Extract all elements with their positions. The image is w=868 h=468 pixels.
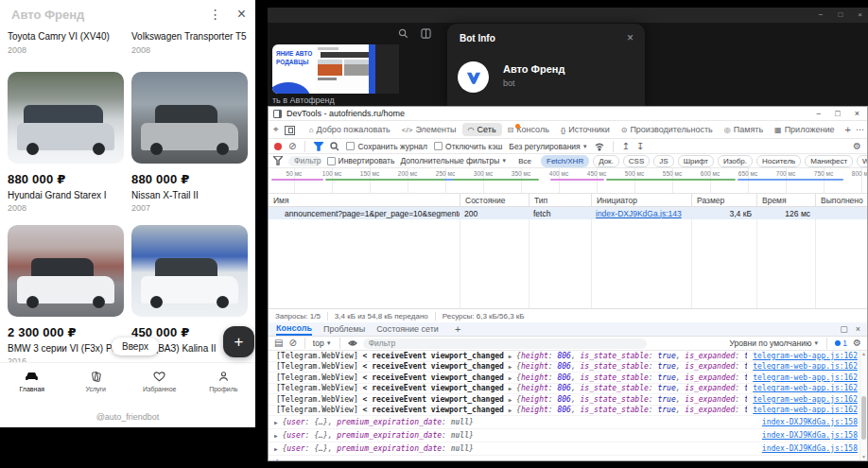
disable-cache-checkbox[interactable]: Отключить кэш [434,142,502,151]
list-item[interactable]: Toyota Camry VI (XV40) 2008 [8,31,124,60]
tab-welcome[interactable]: ⌂Добро пожаловать [304,123,396,136]
console-log-message[interactable]: [Telegram.WebView] < receiveEvent viewpo… [276,373,747,382]
console-prompt[interactable]: > [269,456,867,460]
clear-icon[interactable]: ⊘ [288,142,296,151]
scroll-up-arrow-icon[interactable]: ▲ [860,351,867,357]
console-settings-icon[interactable]: ⚙ [853,338,861,348]
scrollbar-thumb[interactable] [861,396,866,440]
column-header-time[interactable]: Время [756,194,815,206]
filter-chip[interactable]: Fetch/XHR [541,155,589,167]
device-toolbar-icon[interactable] [284,124,300,134]
network-filter-input[interactable]: Фильтр [288,156,321,166]
filter-chip[interactable]: Манифест [805,155,853,167]
miniapp-menu-icon[interactable]: ⋮ [209,7,222,22]
minimize-icon[interactable]: − [819,11,824,19]
list-item[interactable]: Volkswagen Transporter T5 2008 [131,31,248,60]
console-scrollbar[interactable]: ▲ ▼ [859,351,867,460]
console-source-link[interactable]: telegram-web-app.js:162 [747,406,867,414]
nav-item-profile[interactable]: Профиль [192,363,256,398]
drawer-tab-issues[interactable]: Проблемы [323,322,365,336]
console-source-link[interactable]: telegram-web-app.js:162 [747,373,867,382]
console-source-link[interactable]: telegram-web-app.js:162 [747,352,867,360]
console-log-message[interactable]: [Telegram.WebView] < receiveEvent viewpo… [276,395,747,404]
tab-sources[interactable]: {}Источники [555,123,616,136]
console-source-link[interactable]: telegram-web-app.js:162 [747,395,867,404]
tab-console[interactable]: ⊟Консоль [502,123,555,136]
console-log-message[interactable]: ▶ {user: {…}, premium_expiration_date: n… [274,418,756,426]
nav-item-services[interactable]: Услуги [64,363,129,398]
filter-chip[interactable]: Изобр. [718,155,753,167]
list-item[interactable]: 880 000 ₽ Nissan X-Trail II 2007 [131,72,248,213]
filter-chip[interactable]: WS [857,155,867,167]
console-log-message[interactable]: [Telegram.WebView] < receiveEvent viewpo… [276,384,747,392]
issues-counter[interactable]: 1 [835,338,847,348]
console-log-message[interactable]: ▶ {user: {…}, premium_expiration_date: n… [274,431,756,440]
network-settings-icon[interactable]: ⚙ [853,142,867,151]
record-button[interactable] [274,143,282,150]
initiator-link[interactable]: index-DXJ9KdGa.js:143 [596,209,682,218]
split-view-icon[interactable] [421,28,431,41]
console-source-link[interactable]: telegram-web-app.js:162 [747,362,867,371]
network-conditions-icon[interactable] [595,141,604,151]
filter-chip[interactable]: Все [512,155,537,167]
live-expression-eye-icon[interactable] [348,338,357,349]
drawer-tab-console[interactable]: Консоль [276,322,312,336]
console-log-message[interactable]: ▶ {user: {…}, premium_expiration_date: n… [274,444,756,453]
invert-filter-checkbox[interactable]: Инвертировать [327,156,395,165]
close-icon[interactable]: × [858,11,862,19]
search-icon[interactable] [398,28,408,41]
miniapp-close-icon[interactable]: × [237,6,246,23]
tab-memory[interactable]: ◎Память [719,123,769,136]
search-icon[interactable] [330,141,339,151]
close-drawer-icon[interactable]: × [856,324,860,334]
console-sidebar-icon[interactable]: ▤ [274,338,283,348]
add-drawer-tab-icon[interactable]: + [450,323,465,335]
network-overview-timeline[interactable]: 50 мс100 мс150 мс200 мс250 мс300 мс350 м… [269,168,867,194]
column-header-status[interactable]: Состояние [460,194,529,206]
tab-network[interactable]: ◠Сеть [462,123,502,136]
table-row[interactable]: announcement?page=1&per_page=10&segmente… [269,207,867,219]
column-header-initiator[interactable]: Инициатор [591,194,691,206]
filter-chip[interactable]: Шрифт [678,155,714,167]
column-header-type[interactable]: Тип [529,194,591,206]
filter-chip[interactable]: JS [653,155,673,167]
console-source-link[interactable]: index-DXJ9KdGa.js:158 [756,444,867,453]
console-source-link[interactable]: index-DXJ9KdGa.js:158 [756,431,867,440]
maximize-icon[interactable]: □ [838,11,842,19]
export-har-icon[interactable]: ↧ [636,142,644,151]
inspect-element-icon[interactable]: ⌖ [269,124,284,135]
add-tab-icon[interactable]: + [840,124,855,135]
add-listing-fab[interactable]: + [223,326,254,357]
nav-item-favorites[interactable]: Избранное [128,363,192,398]
chat-message-attachments[interactable]: ЯНИЕ АВТО РОДАВЦЫ [272,44,399,94]
filter-chip[interactable]: Носитель [756,155,801,167]
column-header-name[interactable]: Имя [269,194,460,206]
tab-performance[interactable]: ⊙Производительность [616,123,719,136]
console-log-message[interactable]: [Telegram.WebView] < receiveEvent viewpo… [276,406,747,414]
nav-item-home[interactable]: Главная [0,363,64,398]
dock-drawer-icon[interactable]: ▢ [840,324,848,334]
filter-chip[interactable]: CSS [623,155,650,167]
console-filter-input[interactable]: Фильтр [363,338,647,349]
console-source-link[interactable]: index-DXJ9KdGa.js:158 [756,418,867,426]
tab-application[interactable]: ▦Приложение [769,123,840,136]
minimize-icon[interactable]: − [816,110,821,118]
preserve-log-checkbox[interactable]: Сохранить журнал [346,142,427,151]
column-header-waterfall[interactable]: Выполнено [815,194,867,206]
close-icon[interactable]: × [855,110,859,118]
clear-console-icon[interactable]: ⊘ [288,338,296,348]
console-log-message[interactable]: [Telegram.WebView] < receiveEvent viewpo… [276,352,747,360]
tab-elements[interactable]: </>Элементы [396,123,462,136]
import-har-icon[interactable]: ↥ [622,142,630,151]
list-item[interactable]: 880 000 ₽ Hyundai Grand Starex I 2008 [8,72,124,213]
list-item[interactable]: 2 300 000 ₽ BMW 3 серии VI (F3x) Рестайл… [8,225,124,366]
more-filters-dropdown[interactable]: Дополнительные фильтры▼ [400,156,507,165]
throttling-dropdown[interactable]: Без регулирования▼ [509,142,587,151]
filter-toggle-icon[interactable] [314,141,323,151]
console-log-message[interactable]: [Telegram.WebView] < receiveEvent viewpo… [276,362,747,371]
column-header-size[interactable]: Размер [691,194,756,206]
chat-image-banner[interactable]: ЯНИЕ АВТО РОДАВЦЫ [272,44,315,94]
execution-context-dropdown[interactable]: top▼ [313,338,332,348]
maximize-icon[interactable]: □ [835,110,840,118]
scroll-to-top-button[interactable]: Вверх [112,338,159,355]
